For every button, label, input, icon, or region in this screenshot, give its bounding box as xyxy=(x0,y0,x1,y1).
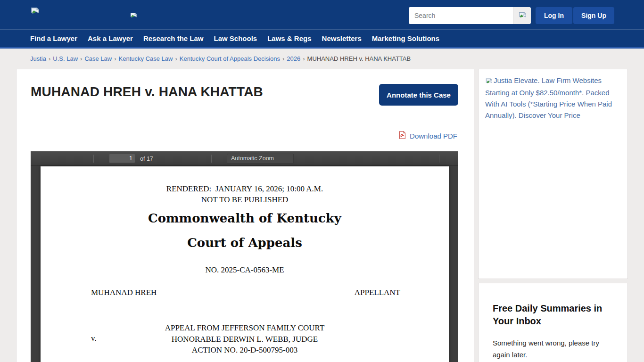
pdf-page-number-input[interactable] xyxy=(109,154,135,163)
search-input[interactable] xyxy=(409,7,513,24)
nav-item-law-schools[interactable]: Law Schools xyxy=(214,34,257,42)
newsletter-error-message: Something went wrong, please try again l… xyxy=(493,337,613,361)
breadcrumb-separator: › xyxy=(173,55,179,62)
doc-case-number: NO. 2025-CA-0563-ME xyxy=(41,264,449,275)
doc-versus: v. xyxy=(91,334,97,343)
main-nav: Find a Lawyer Ask a Lawyer Research the … xyxy=(0,29,644,47)
ad-alt-text-label: Justia Elevate. Law Firm Websites Starti… xyxy=(485,76,612,119)
doc-appellant-name: MUHANAD HREH xyxy=(91,288,157,297)
breadcrumb-separator: › xyxy=(112,55,118,62)
breadcrumb-link-kentucky-case-law[interactable]: Kentucky Case Law xyxy=(119,55,173,62)
ad-alt-text[interactable]: Justia Elevate. Law Firm Websites Starti… xyxy=(485,75,621,121)
search-bar xyxy=(409,7,531,24)
nav-item-ask-a-lawyer[interactable]: Ask a Lawyer xyxy=(88,34,133,42)
breadcrumb-link-us-law[interactable]: U.S. Law xyxy=(53,55,78,62)
doc-appeal-line: HONORABLE DERWIN L. WEBB, JUDGE xyxy=(41,334,449,345)
breadcrumb: Justia›U.S. Law›Case Law›Kentucky Case L… xyxy=(30,55,411,62)
nav-item-laws-and-regs[interactable]: Laws & Regs xyxy=(267,34,311,42)
nav-item-marketing-solutions[interactable]: Marketing Solutions xyxy=(372,34,439,42)
pdf-page-count-label: of 17 xyxy=(140,156,153,162)
breadcrumb-link-court-of-appeals-decisions[interactable]: Kentucky Court of Appeals Decisions xyxy=(180,55,280,62)
secondary-logo-broken-image-icon xyxy=(130,12,137,20)
doc-commonwealth-heading: Commonwealth of Kentucky xyxy=(41,211,449,225)
breadcrumb-link-justia[interactable]: Justia xyxy=(30,55,46,62)
breadcrumb-separator: › xyxy=(300,55,307,62)
justia-logo-broken-image-icon[interactable] xyxy=(30,7,40,16)
breadcrumb-separator: › xyxy=(46,55,53,62)
sidebar-ad[interactable]: Justia Elevate. Law Firm Websites Starti… xyxy=(478,69,628,279)
signup-button[interactable]: Sign Up xyxy=(573,7,614,24)
doc-appellant-label: APPELLANT xyxy=(355,288,400,297)
pdf-viewer: of 17 Automatic Zoom RENDERED: JANUARY 1… xyxy=(31,151,458,362)
annotate-case-button[interactable]: Annotate this Case xyxy=(379,84,458,106)
doc-appeal-line: APPEAL FROM JEFFERSON FAMILY COURT xyxy=(41,322,449,334)
site-header: Log In Sign Up Find a Lawyer Ask a Lawye… xyxy=(0,0,644,49)
nav-item-research-the-law[interactable]: Research the Law xyxy=(143,34,204,42)
breadcrumb-link-2026[interactable]: 2026 xyxy=(287,55,300,62)
ad-broken-image-icon xyxy=(485,76,493,87)
page-title: MUHANAD HREH v. HANA KHATTAB xyxy=(31,84,263,99)
pdf-file-icon xyxy=(398,131,406,141)
doc-appeal-block: v. APPEAL FROM JEFFERSON FAMILY COURT HO… xyxy=(41,322,449,356)
case-content-card: MUHANAD HREH v. HANA KHATTAB Annotate th… xyxy=(16,69,474,362)
doc-appeal-line: ACTION NO. 20-D-500795-003 xyxy=(41,345,449,356)
nav-item-newsletters[interactable]: Newsletters xyxy=(322,34,362,42)
search-button[interactable] xyxy=(513,7,531,24)
doc-court-of-appeals-heading: Court of Appeals xyxy=(41,236,449,250)
toolbar-separator xyxy=(211,155,212,163)
toolbar-separator xyxy=(93,155,94,163)
doc-parties-row: MUHANAD HREH APPELLANT xyxy=(41,288,449,297)
download-pdf-label: Download PDF xyxy=(410,132,457,140)
pdf-toolbar: of 17 Automatic Zoom xyxy=(31,151,458,166)
breadcrumb-link-case-law[interactable]: Case Law xyxy=(84,55,112,62)
nav-item-find-a-lawyer[interactable]: Find a Lawyer xyxy=(30,34,77,42)
breadcrumb-separator: › xyxy=(78,55,84,62)
doc-not-published-line: NOT TO BE PUBLISHED xyxy=(41,194,449,205)
breadcrumb-current-case: MUHANAD HREH v. HANA KHATTAB xyxy=(307,55,411,62)
pdf-page-1: RENDERED: JANUARY 16, 2026; 10:00 A.M. N… xyxy=(41,166,449,362)
search-broken-image-icon xyxy=(518,11,527,20)
toolbar-separator xyxy=(439,155,439,163)
newsletter-title: Free Daily Summaries in Your Inbox xyxy=(493,302,613,328)
newsletter-signup-box: Free Daily Summaries in Your Inbox Somet… xyxy=(478,283,628,362)
pdf-zoom-select[interactable]: Automatic Zoom xyxy=(227,154,294,164)
breadcrumb-separator: › xyxy=(280,55,287,62)
download-pdf-link[interactable]: Download PDF xyxy=(398,131,457,141)
doc-rendered-line: RENDERED: JANUARY 16, 2026; 10:00 A.M. xyxy=(41,183,449,194)
login-button[interactable]: Log In xyxy=(536,7,572,24)
